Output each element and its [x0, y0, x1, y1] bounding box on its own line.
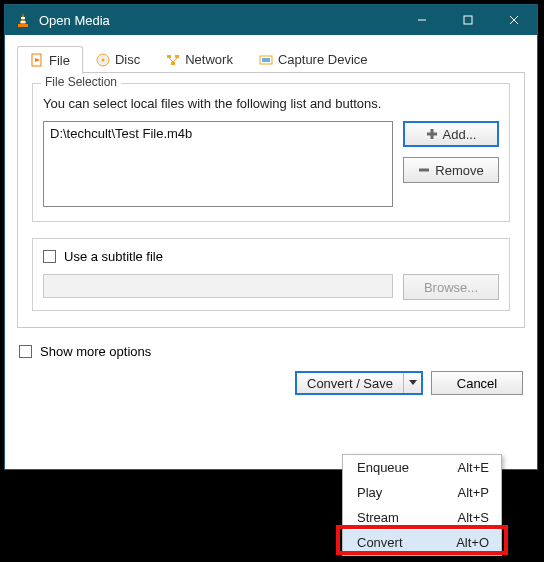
menu-item-accel: Alt+S	[458, 510, 489, 525]
file-selection-fieldset: File Selection You can select local file…	[32, 83, 510, 222]
titlebar: Open Media	[5, 5, 537, 35]
svg-line-16	[173, 58, 177, 62]
svg-rect-2	[21, 17, 25, 19]
convert-save-dropdown[interactable]	[403, 373, 421, 393]
minimize-button[interactable]	[399, 5, 445, 35]
browse-button: Browse...	[403, 274, 499, 300]
tab-network[interactable]: Network	[153, 45, 246, 73]
menu-item-convert[interactable]: Convert Alt+O	[343, 530, 501, 555]
vlc-cone-icon	[15, 12, 31, 28]
menu-item-stream[interactable]: Stream Alt+S	[343, 505, 501, 530]
subtitle-section: Use a subtitle file Browse...	[32, 238, 510, 311]
svg-rect-1	[18, 24, 28, 27]
disc-icon	[96, 53, 110, 67]
tab-disc[interactable]: Disc	[83, 45, 153, 73]
remove-button[interactable]: Remove	[403, 157, 499, 183]
svg-rect-12	[167, 55, 171, 58]
cancel-button[interactable]: Cancel	[431, 371, 523, 395]
tab-capture-label: Capture Device	[278, 52, 368, 67]
add-button-label: Add...	[443, 127, 477, 142]
tab-panel-file: File Selection You can select local file…	[17, 73, 525, 328]
footer: Show more options Convert / Save Cancel	[17, 328, 525, 395]
menu-item-accel: Alt+E	[458, 460, 489, 475]
open-media-window: Open Media File Disc Network	[4, 4, 538, 470]
subtitle-checkbox[interactable]	[43, 250, 56, 263]
svg-line-15	[169, 58, 173, 62]
tab-file-label: File	[49, 53, 70, 68]
window-title: Open Media	[39, 13, 399, 28]
content-area: File Disc Network Capture Device File Se…	[5, 35, 537, 395]
chevron-down-icon	[409, 380, 417, 386]
svg-point-11	[101, 58, 104, 61]
convert-save-label[interactable]: Convert / Save	[297, 373, 403, 393]
subtitle-checkbox-label: Use a subtitle file	[64, 249, 163, 264]
svg-rect-14	[171, 62, 175, 65]
tabs: File Disc Network Capture Device	[17, 45, 525, 73]
svg-rect-18	[262, 58, 270, 62]
tab-network-label: Network	[185, 52, 233, 67]
menu-item-label: Convert	[357, 535, 403, 550]
convert-save-menu: Enqueue Alt+E Play Alt+P Stream Alt+S Co…	[342, 454, 502, 556]
plus-icon	[426, 128, 438, 140]
menu-item-label: Enqueue	[357, 460, 409, 475]
add-button[interactable]: Add...	[403, 121, 499, 147]
tab-disc-label: Disc	[115, 52, 140, 67]
list-item[interactable]: D:\techcult\Test File.m4b	[50, 126, 386, 141]
capture-icon	[259, 53, 273, 67]
convert-save-button[interactable]: Convert / Save	[295, 371, 423, 395]
cancel-button-label: Cancel	[457, 376, 497, 391]
maximize-button[interactable]	[445, 5, 491, 35]
network-icon	[166, 53, 180, 67]
show-more-checkbox[interactable]	[19, 345, 32, 358]
file-list[interactable]: D:\techcult\Test File.m4b	[43, 121, 393, 207]
file-selection-hint: You can select local files with the foll…	[43, 96, 499, 111]
svg-marker-22	[409, 380, 417, 385]
menu-item-label: Play	[357, 485, 382, 500]
svg-rect-3	[21, 21, 26, 23]
tab-file[interactable]: File	[17, 46, 83, 74]
svg-rect-13	[175, 55, 179, 58]
browse-button-label: Browse...	[424, 280, 478, 295]
remove-button-label: Remove	[435, 163, 483, 178]
show-more-label: Show more options	[40, 344, 151, 359]
file-selection-legend: File Selection	[41, 75, 121, 89]
menu-item-accel: Alt+O	[456, 535, 489, 550]
subtitle-path-input	[43, 274, 393, 298]
close-button[interactable]	[491, 5, 537, 35]
minus-icon	[418, 164, 430, 176]
svg-rect-5	[464, 16, 472, 24]
menu-item-accel: Alt+P	[458, 485, 489, 500]
menu-item-enqueue[interactable]: Enqueue Alt+E	[343, 455, 501, 480]
file-icon	[30, 53, 44, 67]
tab-capture[interactable]: Capture Device	[246, 45, 381, 73]
menu-item-label: Stream	[357, 510, 399, 525]
menu-item-play[interactable]: Play Alt+P	[343, 480, 501, 505]
